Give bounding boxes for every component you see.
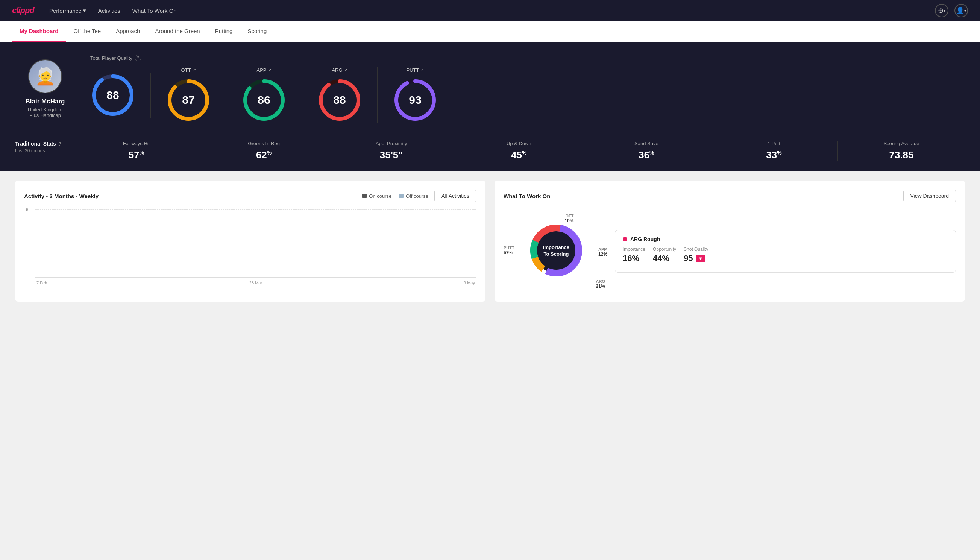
info-metrics: Importance 16% Opportunity 44% Shot Qual… — [623, 247, 948, 263]
off-course-dot — [399, 194, 404, 198]
stats-row: Traditional Stats ? Last 20 rounds Fairw… — [0, 135, 980, 172]
x-labels: 7 Feb 28 Mar 9 May — [35, 279, 476, 285]
avatar: 🧑‍🦳 — [28, 59, 62, 93]
score-value-total: 88 — [106, 89, 119, 102]
arrow-icon: ↗ — [421, 68, 424, 73]
ring-ott: 87 — [166, 77, 211, 123]
stat-scoring-average: Scoring Average 73.85 — [838, 141, 965, 161]
chart-legend: On course Off course — [362, 193, 428, 199]
score-value-app: 86 — [258, 93, 270, 107]
add-button[interactable]: ⊕ ▾ — [935, 4, 948, 17]
donut-label-app: APP 12% — [598, 247, 607, 257]
svg-text:Importance: Importance — [543, 245, 569, 250]
arrow-icon: ↗ — [193, 68, 196, 73]
stat-up-down: Up & Down 45% — [456, 141, 583, 161]
help-icon[interactable]: ? — [58, 141, 62, 147]
metric-shot-quality: Shot Quality 95 ▼ — [684, 247, 708, 263]
stats-items: Fairways Hit 57% Greens In Reg 62% App. … — [73, 141, 965, 161]
chevron-down-icon: ▾ — [83, 7, 86, 14]
chevron-down-icon: ▾ — [943, 8, 946, 13]
avatar-image: 🧑‍🦳 — [35, 67, 56, 86]
info-dot — [623, 237, 627, 242]
ring-total: 88 — [90, 73, 135, 118]
nav-links: Performance ▾ Activities What To Work On — [49, 7, 935, 14]
score-card-putt: PUTT ↗ 93 — [378, 67, 453, 123]
x-label-0: 7 Feb — [37, 280, 70, 285]
donut-wrapper: OTT 10% APP 12% ARG 21% PUTT 57% — [504, 210, 609, 293]
tab-off-the-tee[interactable]: Off the Tee — [66, 21, 108, 42]
arrow-icon: ↗ — [268, 68, 271, 73]
activity-card-header: Activity - 3 Months - Weekly On course O… — [24, 190, 476, 202]
x-label-9 — [340, 280, 374, 285]
x-label-1 — [70, 280, 104, 285]
shot-quality-wrap: 95 ▼ — [684, 253, 708, 263]
user-menu-button[interactable]: 👤 ▾ — [954, 4, 968, 17]
scores-section: Total Player Quality ? 88 — [90, 55, 965, 123]
score-label-ott: OTT ↗ — [181, 67, 196, 73]
stat-one-putt: 1 Putt 33% — [710, 141, 838, 161]
x-label-12: 9 May — [441, 280, 475, 285]
red-badge: ▼ — [696, 255, 705, 262]
legend-off-course: Off course — [399, 193, 428, 199]
ring-app: 86 — [241, 77, 286, 123]
tab-approach[interactable]: Approach — [108, 21, 147, 42]
score-label-app: APP ↗ — [256, 67, 271, 73]
donut-label-putt: PUTT 57% — [504, 246, 514, 255]
donut-svg-container: Importance To Scoring — [526, 220, 586, 282]
score-rings: 88 OTT ↗ 87 — [90, 67, 965, 123]
tab-my-dashboard[interactable]: My Dashboard — [12, 21, 66, 42]
donut-label-arg: ARG 21% — [596, 279, 605, 289]
nav-right-actions: ⊕ ▾ 👤 ▾ — [935, 4, 968, 17]
total-quality-label: Total Player Quality ? — [90, 55, 965, 61]
nav-activities[interactable]: Activities — [98, 7, 120, 14]
player-name: Blair McHarg — [26, 98, 65, 105]
help-icon[interactable]: ? — [135, 55, 141, 61]
wtwo-title: What To Work On — [504, 193, 550, 199]
view-dashboard-button[interactable]: View Dashboard — [903, 190, 956, 202]
all-activities-button[interactable]: All Activities — [434, 190, 476, 202]
x-label-4 — [171, 280, 205, 285]
x-label-11 — [408, 280, 441, 285]
donut-section: OTT 10% APP 12% ARG 21% PUTT 57% — [504, 210, 956, 293]
x-label-10 — [374, 280, 408, 285]
plus-icon: ⊕ — [938, 7, 943, 15]
ring-putt: 93 — [393, 77, 438, 123]
player-country: United Kingdom — [28, 107, 63, 112]
player-info: 🧑‍🦳 Blair McHarg United Kingdom Plus Han… — [15, 59, 75, 118]
x-label-6: 28 Mar — [239, 280, 273, 285]
nav-what-to-work-on[interactable]: What To Work On — [132, 7, 177, 14]
info-card-title: ARG Rough — [623, 236, 948, 242]
score-card-arg: ARG ↗ 88 — [302, 67, 378, 123]
score-label-arg: ARG ↗ — [332, 67, 347, 73]
stats-label-group: Traditional Stats ? Last 20 rounds — [15, 141, 73, 153]
score-value-putt: 93 — [409, 93, 421, 107]
chart-grid: 4 3 2 — [35, 210, 476, 278]
metric-opportunity: Opportunity 44% — [653, 247, 676, 263]
score-card-total: 88 — [90, 73, 151, 118]
nav-performance[interactable]: Performance ▾ — [49, 7, 86, 14]
x-label-2 — [104, 280, 138, 285]
arrow-icon: ↗ — [344, 68, 348, 73]
wtwo-right-panel: ARG Rough Importance 16% Opportunity 44%… — [615, 230, 956, 273]
what-to-work-on-card: What To Work On View Dashboard OTT 10% A… — [494, 180, 965, 302]
top-navigation: clippd Performance ▾ Activities What To … — [0, 0, 980, 21]
player-handicap: Plus Handicap — [29, 112, 61, 118]
user-icon: 👤 — [956, 7, 964, 15]
x-label-7 — [273, 280, 306, 285]
bar-chart-area: 4 3 2 — [24, 210, 476, 285]
stat-fairways-hit: Fairways Hit 57% — [73, 141, 200, 161]
arg-rough-info-card: ARG Rough Importance 16% Opportunity 44%… — [615, 230, 956, 273]
tab-around-the-green[interactable]: Around the Green — [147, 21, 207, 42]
activity-card: Activity - 3 Months - Weekly On course O… — [15, 180, 486, 302]
x-label-3 — [138, 280, 171, 285]
score-value-arg: 88 — [333, 93, 346, 107]
wtwo-card-header: What To Work On View Dashboard — [504, 190, 956, 202]
tab-putting[interactable]: Putting — [208, 21, 240, 42]
content-area: Activity - 3 Months - Weekly On course O… — [0, 172, 980, 311]
tab-scoring[interactable]: Scoring — [240, 21, 274, 42]
stat-greens-in-reg: Greens In Reg 62% — [200, 141, 328, 161]
activity-chart-title: Activity - 3 Months - Weekly — [24, 193, 98, 199]
svg-text:To Scoring: To Scoring — [544, 251, 569, 257]
chart-inner: 4 3 2 — [35, 210, 476, 278]
chevron-down-icon: ▾ — [964, 8, 967, 13]
